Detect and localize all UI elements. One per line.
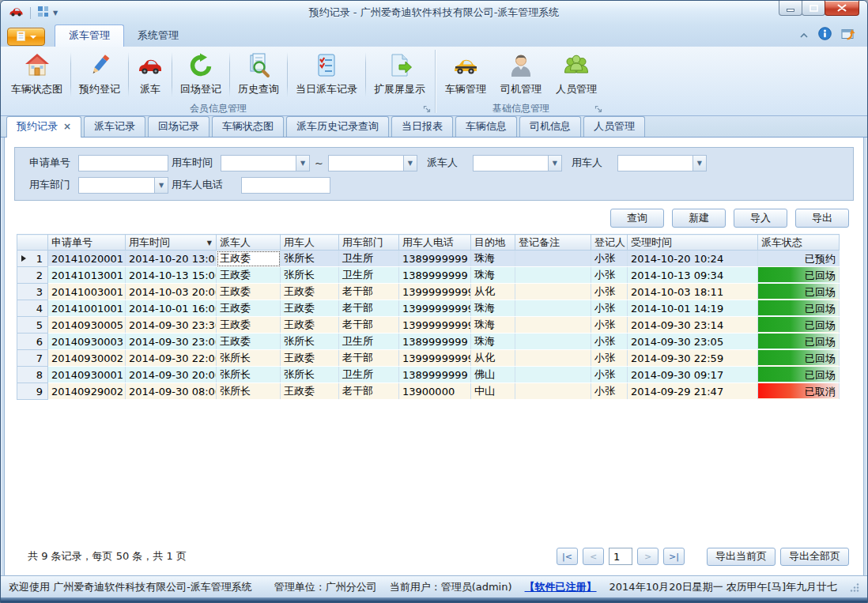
table-row[interactable]: 7201409300022014-09-30 22:00张所长王政委老干部139… xyxy=(17,350,840,367)
ribbon-tab-dispatch[interactable]: 派车管理 xyxy=(55,24,124,47)
query-button[interactable]: 查询 xyxy=(610,209,664,228)
cell-dispatcher: 王政委 xyxy=(217,251,281,267)
ribbon-button-pencil[interactable]: 预约登记 xyxy=(72,48,127,101)
chevron-down-icon xyxy=(30,36,36,39)
table-row[interactable]: 4201410010012014-10-01 16:00王政委王政委老干部139… xyxy=(17,300,840,317)
cell-user: 王政委 xyxy=(281,383,339,400)
skin-icon[interactable] xyxy=(841,28,856,43)
minimize-button[interactable] xyxy=(779,1,802,16)
column-header-order_no[interactable]: 申请单号 xyxy=(48,235,126,251)
dialog-launcher-icon[interactable] xyxy=(594,105,602,113)
next-page-button[interactable]: > xyxy=(637,548,659,565)
row-indicator[interactable]: 6 xyxy=(17,334,48,350)
import-button[interactable]: 导入 xyxy=(734,209,787,228)
column-header-phone[interactable]: 用车人电话 xyxy=(399,235,471,251)
info-icon[interactable] xyxy=(818,27,832,43)
row-indicator[interactable]: 4 xyxy=(17,300,48,317)
doc-tab-2[interactable]: 派车记录 xyxy=(84,116,145,137)
ribbon-tab-system[interactable]: 系统管理 xyxy=(124,25,192,47)
phone-input[interactable] xyxy=(241,177,330,194)
ribbon-button-taxi[interactable]: 车辆管理 xyxy=(438,48,493,101)
column-header-use_time[interactable]: 用车时间▼ xyxy=(126,235,217,251)
doc-tab-7[interactable]: 车辆信息 xyxy=(455,116,517,137)
column-header-accept_time[interactable]: 受理时间 xyxy=(628,235,758,251)
cell-dispatcher: 王政委 xyxy=(217,334,281,350)
dialog-launcher-icon[interactable] xyxy=(423,105,431,113)
order-no-input[interactable] xyxy=(78,155,168,171)
table-row[interactable]: 6201409300032014-09-30 23:00王政委张所长卫生所138… xyxy=(17,334,840,350)
ribbon-button-people[interactable]: 人员管理 xyxy=(549,48,604,101)
quick-access-toolbar: ▼ xyxy=(9,6,58,20)
column-header-remark[interactable]: 登记备注 xyxy=(515,235,591,251)
row-indicator[interactable]: 3 xyxy=(17,284,48,300)
last-page-button[interactable]: >| xyxy=(663,548,685,565)
new-button[interactable]: 新建 xyxy=(672,209,726,228)
doc-tab-4[interactable]: 车辆状态图 xyxy=(212,116,284,137)
ribbon-button-label: 回场登记 xyxy=(180,82,221,96)
ribbon-button-home[interactable]: 车辆状态图 xyxy=(4,48,70,101)
header-filter-icon[interactable]: ▼ xyxy=(207,239,212,247)
ribbon-button-doc-export[interactable]: 扩展屏显示 xyxy=(367,48,432,101)
column-header-user[interactable]: 用车人 xyxy=(281,235,339,251)
ribbon-button-driver[interactable]: 司机管理 xyxy=(493,48,549,101)
cell-accept_time: 2014-09-30 22:59 xyxy=(628,350,758,367)
ribbon-button-refresh[interactable]: 回场登记 xyxy=(173,48,228,101)
ribbon-button-red-car[interactable]: 派车 xyxy=(130,48,171,101)
row-indicator[interactable]: 9 xyxy=(17,383,48,400)
use-time-from-combo[interactable]: ▼ xyxy=(221,155,310,171)
row-indicator[interactable]: 2 xyxy=(17,267,48,284)
export-button[interactable]: 导出 xyxy=(795,209,849,228)
cell-dispatcher: 张所长 xyxy=(217,350,281,367)
column-header-num[interactable] xyxy=(17,235,48,251)
ribbon-button-label: 人员管理 xyxy=(556,82,597,96)
user-combo[interactable]: ▼ xyxy=(617,155,707,171)
first-page-button[interactable]: |< xyxy=(557,548,578,565)
row-indicator[interactable]: 7 xyxy=(17,350,48,367)
table-row[interactable]: 2201410130012014-10-13 15:00王政委张所长卫生所138… xyxy=(17,267,840,284)
doc-tab-9[interactable]: 人员管理 xyxy=(583,116,645,137)
table-row[interactable]: 8201409300012014-09-30 20:00张所长张所长卫生所138… xyxy=(17,367,840,383)
current-user-text: 当前用户：管理员(admin) xyxy=(390,580,512,594)
layout-icon[interactable] xyxy=(37,6,49,20)
chevron-down-icon[interactable]: ▼ xyxy=(53,9,58,17)
row-indicator[interactable]: 5 xyxy=(17,317,48,334)
close-tab-icon[interactable]: × xyxy=(63,122,71,131)
doc-tab-8[interactable]: 司机信息 xyxy=(519,116,581,137)
export-current-page-button[interactable]: 导出当前页 xyxy=(707,548,776,566)
column-header-destination[interactable]: 目的地 xyxy=(471,235,515,251)
prev-page-button[interactable]: < xyxy=(583,548,604,565)
row-indicator[interactable]: 8 xyxy=(17,367,48,383)
doc-tab-3[interactable]: 回场记录 xyxy=(148,116,209,137)
column-header-dispatcher[interactable]: 派车人 xyxy=(217,235,281,251)
table-row[interactable]: 9201409290022014-09-30 08:00张所长王政委老干部139… xyxy=(17,383,840,400)
column-header-status[interactable]: 派车状态 xyxy=(758,235,840,251)
doc-tab-6[interactable]: 当日报表 xyxy=(391,116,453,137)
collapse-ribbon-icon[interactable] xyxy=(799,29,809,41)
application-menu-button[interactable] xyxy=(7,28,45,46)
page-number-input[interactable] xyxy=(609,548,632,565)
ribbon-button-checklist[interactable]: 当日派车记录 xyxy=(289,48,364,101)
table-row[interactable]: 3201410030012014-10-03 20:00王政委王政委老干部139… xyxy=(17,284,840,300)
dept-combo[interactable]: ▼ xyxy=(78,177,168,194)
doc-tab-1[interactable]: 预约记录× xyxy=(6,116,81,138)
cell-dept: 卫生所 xyxy=(339,334,399,350)
doc-tab-5[interactable]: 派车历史记录查询 xyxy=(286,116,389,137)
row-indicator[interactable]: 1 xyxy=(17,251,48,267)
use-time-to-combo[interactable]: ▼ xyxy=(328,155,417,171)
table-row[interactable]: 1201410200012014-10-20 13:00王政委张所长卫生所138… xyxy=(17,251,840,267)
column-header-registrar[interactable]: 登记人 xyxy=(591,235,628,251)
export-all-pages-button[interactable]: 导出全部页 xyxy=(780,548,849,566)
ribbon-button-doc-search[interactable]: 历史查询 xyxy=(231,48,286,101)
registered-link[interactable]: 【软件已注册】 xyxy=(525,580,597,594)
cell-order_no: 20140930002 xyxy=(48,350,126,367)
cell-registrar: 小张 xyxy=(591,267,628,284)
cell-registrar: 小张 xyxy=(591,251,628,267)
cell-use_time: 2014-10-01 16:00 xyxy=(126,300,217,317)
close-button[interactable] xyxy=(825,1,859,16)
column-header-dept[interactable]: 用车部门 xyxy=(339,235,399,251)
cell-registrar: 小张 xyxy=(591,284,628,300)
dispatcher-combo[interactable]: ▼ xyxy=(473,155,562,171)
maximize-button[interactable] xyxy=(802,1,825,16)
resize-grip[interactable] xyxy=(850,582,859,592)
table-row[interactable]: 5201409300052014-09-30 23:30王政委王政委老干部139… xyxy=(17,317,840,334)
